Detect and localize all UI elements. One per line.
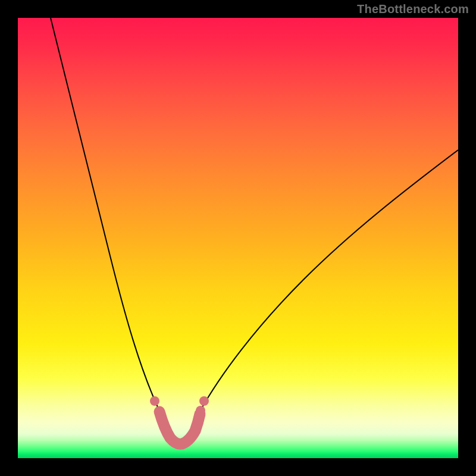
svg-point-2 — [161, 425, 170, 435]
watermark-text: TheBottleneck.com — [357, 2, 469, 16]
svg-point-9 — [199, 396, 209, 406]
svg-point-5 — [183, 436, 192, 446]
curve-layer — [18, 18, 458, 458]
svg-point-7 — [194, 415, 203, 425]
chart-frame: TheBottleneck.com — [0, 0, 476, 476]
svg-point-0 — [150, 396, 159, 406]
svg-point-6 — [190, 427, 199, 436]
right-branch-curve — [199, 150, 458, 412]
plot-area — [18, 18, 458, 458]
svg-point-1 — [155, 408, 164, 417]
svg-point-8 — [196, 406, 205, 415]
left-branch-curve — [51, 18, 160, 412]
svg-point-4 — [174, 439, 184, 449]
